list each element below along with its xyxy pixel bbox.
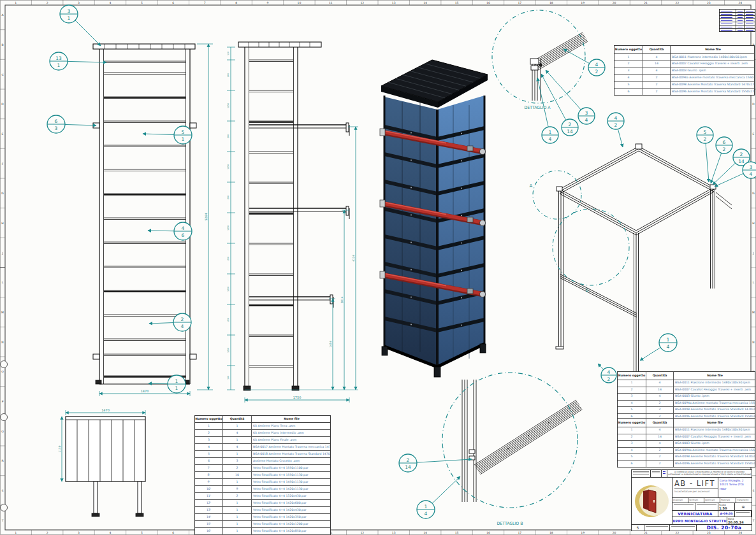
part-number-cell: 3 — [195, 437, 223, 443]
table-row: 24Kit Assieme Piano intermedio .asm — [195, 430, 330, 437]
table-row: 31Kit Assieme Piano Finale .asm — [195, 437, 330, 444]
quantity-cell: 4 — [643, 68, 671, 75]
svg-text:J: J — [752, 252, 753, 255]
table-row: 34BGA-0003 Giunto .ipsm — [618, 394, 755, 401]
field-label: Approvato — [704, 498, 720, 503]
quantity-cell: 1 — [223, 528, 252, 534]
quantity-cell: 2 — [646, 401, 674, 407]
svg-text:18: 18 — [549, 531, 553, 534]
svg-text:4124: 4124 — [352, 255, 355, 262]
file-name-cell: BGA-0094a Assieme montato Traversa mecca… — [674, 448, 755, 454]
quantity-cell: 1 — [223, 500, 252, 506]
stamp-cell-2 — [651, 470, 662, 477]
svg-text:18: 18 — [549, 1, 553, 4]
svg-text:4: 4 — [181, 324, 184, 329]
quantity-cell: 4 — [646, 394, 674, 400]
svg-text:5: 5 — [182, 129, 185, 135]
file-name-cell: BGA-0003 Giunto .ipsm — [671, 68, 754, 75]
balloon-callout: 14 — [640, 334, 677, 360]
parts-table-traversa-1: Numero oggettoQuantitàNome file14BGA-001… — [617, 371, 755, 420]
file-name-cell: BGA-0018 Assieme Montato Traversa Standa… — [252, 451, 330, 457]
file-name-cell: Vetro Stratificato 4+4 1420x350.par — [252, 514, 330, 520]
balloon-callout: 34 — [546, 70, 595, 124]
quantity-cell: 2 — [646, 454, 674, 460]
svg-text:5: 5 — [141, 1, 143, 4]
quantity-cell: 2 — [643, 89, 671, 95]
balloon-callout: 34 — [715, 162, 756, 187]
svg-text:10: 10 — [298, 1, 302, 4]
stamp-cell — [632, 470, 651, 477]
svg-text:3: 3 — [68, 8, 71, 14]
part-number-cell: 13' — [195, 507, 223, 513]
part-number-cell: 6 — [614, 89, 643, 95]
table-row: 14BGA-0011 Piastrone intermedio 1480x100… — [614, 54, 754, 61]
svg-text:J: J — [1, 252, 3, 255]
part-number-cell: 12' — [195, 500, 223, 506]
svg-text:1250: 1250 — [227, 164, 229, 169]
svg-text:2814: 2814 — [340, 296, 344, 303]
file-name-cell: Vetro Stratificato 4+4 1420x1130.par — [252, 486, 330, 492]
quantity-cell: 9 — [223, 486, 252, 492]
svg-text:190: 190 — [227, 376, 229, 380]
balloon-callout: 52 — [697, 127, 713, 182]
part-number-cell: 3 — [618, 394, 646, 400]
svg-text:1250: 1250 — [227, 103, 229, 108]
drawing-title: GRUPPO MONTAGGIO STRUTTURA — [672, 517, 727, 524]
table-row: 7'2Vetro Stratificato 4+4 1550x1100.par — [195, 465, 330, 472]
svg-text:E: E — [2, 132, 4, 136]
parts-table-detail-a: Numero oggettoQuantitàNome file14BGA-001… — [614, 45, 755, 96]
svg-text:3: 3 — [750, 164, 753, 170]
svg-text:3: 3 — [78, 531, 80, 534]
svg-text:24: 24 — [738, 531, 742, 534]
file-name-cell: BGA-0098 Assieme Montato Traversa Standa… — [674, 454, 755, 460]
svg-text:S: S — [753, 489, 755, 492]
property-note: A TERMINI DI LEGGE CI RISERVIAMO LA PROP… — [667, 470, 752, 477]
svg-text:3: 3 — [78, 1, 80, 4]
table-header-cell: Quantità — [223, 416, 252, 422]
balloon-callout: 14 — [417, 476, 460, 518]
balloon-callout: 46 — [148, 222, 192, 240]
logo-mini-cell — [662, 470, 667, 477]
quantity-cell: 14 — [646, 434, 674, 441]
quantity-cell: 2 — [223, 493, 252, 499]
svg-text:12: 12 — [360, 531, 364, 534]
svg-text:3: 3 — [585, 110, 588, 116]
svg-text:4: 4 — [110, 531, 112, 534]
part-number-cell: 2 — [195, 430, 223, 436]
svg-text:14: 14 — [423, 1, 427, 4]
file-name-cell: BGA-0007 Cavallot Fissaggio Traversi + i… — [674, 387, 755, 394]
surface-treatment: VERNICIATURA — [672, 511, 718, 517]
part-number-cell: 6 — [195, 458, 223, 464]
svg-text:D: D — [1, 103, 4, 106]
svg-text:1: 1 — [549, 129, 552, 135]
drawing-code: A-09.05 — [718, 511, 735, 517]
svg-text:17: 17 — [518, 531, 522, 534]
svg-text:1750: 1750 — [293, 396, 302, 399]
svg-text:2: 2 — [740, 152, 743, 157]
rendered-3d-view — [380, 60, 488, 377]
part-number-cell: 1 — [618, 380, 646, 387]
svg-text:5264: 5264 — [205, 213, 208, 221]
part-number-cell: 6 — [618, 461, 646, 467]
table-row: 10'9Vetro Stratificato 4+4 1420x1130.par — [195, 486, 330, 493]
svg-text:16: 16 — [486, 1, 490, 4]
file-name-cell: Vetro Stratificato 4+4 1420x600.par — [252, 500, 330, 506]
file-name-cell: BGA-0094a Assieme montato Traversa mecca… — [671, 75, 754, 81]
quantity-cell: 10 — [223, 472, 252, 478]
file-name-cell: BGA-0094a Assieme montato Traversa mecca… — [674, 401, 755, 407]
quantity-cell: 2 — [646, 448, 674, 454]
svg-text:14: 14 — [567, 129, 573, 134]
quantity-cell: 1 — [223, 423, 252, 429]
svg-text:6: 6 — [172, 1, 174, 4]
file-name-cell: Vetro Stratificato 4+4 1420x1200.par — [252, 521, 330, 527]
svg-text:5: 5 — [141, 531, 143, 534]
quantity-cell: 4 — [223, 430, 252, 436]
svg-text:17: 17 — [518, 1, 522, 4]
quantity-cell: 1 — [223, 479, 252, 485]
svg-text:1150: 1150 — [58, 445, 61, 452]
table-header-cell: Numero oggetto — [614, 46, 643, 54]
svg-text:23: 23 — [707, 531, 711, 534]
svg-text:6: 6 — [182, 232, 185, 238]
svg-text:D: D — [752, 103, 755, 106]
quantity-cell: 1 — [223, 521, 252, 527]
